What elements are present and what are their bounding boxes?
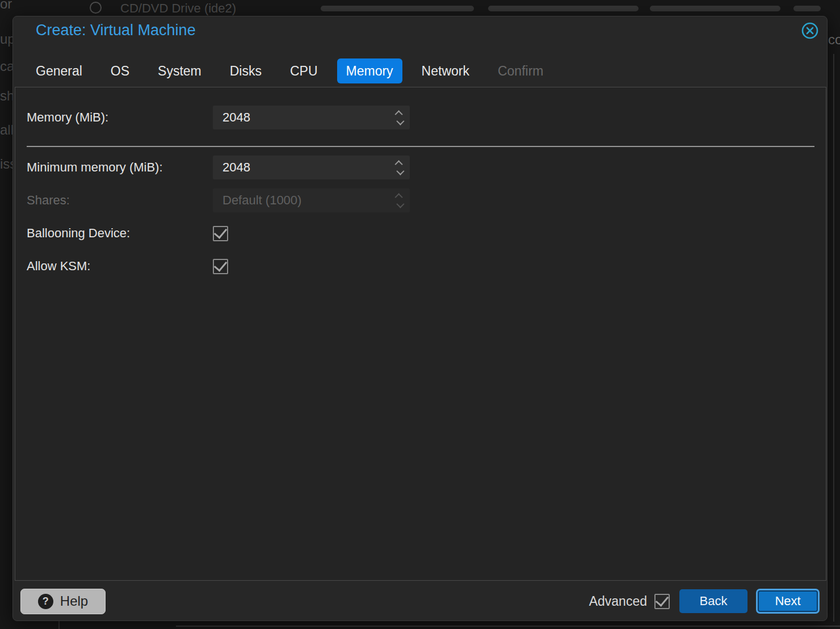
tab-network[interactable]: Network [413,58,478,83]
next-button[interactable]: Next [756,589,820,614]
advanced-checkbox[interactable] [654,594,670,609]
help-button-label: Help [60,593,88,609]
tab-general[interactable]: General [27,58,91,83]
spinner-buttons [397,188,402,212]
background-row-text: CD/DVD Drive (ide2) [120,1,236,16]
advanced-label: Advanced [589,594,647,609]
background-menu-fragment: iss [0,156,14,172]
background-grid-line [58,621,60,629]
memory-input[interactable]: 2048 [213,106,410,129]
memory-label: Memory (MiB): [27,110,213,125]
dialog-footer: ? Help Advanced Back Next [13,581,827,622]
memory-value: 2048 [213,110,250,125]
tab-system[interactable]: System [149,58,211,83]
background-menu-fragment: sh [0,88,14,104]
tab-cpu[interactable]: CPU [281,58,327,83]
background-text-blur [650,6,780,11]
shares-row: Shares: Default (1000) [27,188,814,212]
memory-form-panel: Memory (MiB): 2048 Minimum memory (MiB):… [15,87,826,581]
spinner-down-icon[interactable] [396,117,404,125]
spinner-down-icon[interactable] [396,167,404,175]
shares-label: Shares: [27,193,213,208]
spinner-buttons[interactable] [397,156,402,179]
background-text-fragment: co [828,32,840,48]
background-grid-line [176,626,840,627]
shares-input: Default (1000) [213,188,410,212]
spinner-down-icon [396,200,404,208]
dialog-title: Create: Virtual Machine [36,22,196,39]
question-mark-icon: ? [38,594,53,609]
tab-confirm: Confirm [489,58,553,83]
min-memory-label: Minimum memory (MiB): [27,160,213,175]
back-button[interactable]: Back [679,589,747,613]
background-text-blur [321,6,474,11]
dialog-header: Create: Virtual Machine [13,16,827,58]
ksm-checkbox[interactable] [213,259,228,274]
ballooning-checkbox[interactable] [213,226,228,241]
ballooning-row: Ballooning Device: [27,221,814,245]
ksm-row: Allow KSM: [27,254,814,278]
tab-disks[interactable]: Disks [221,58,271,83]
spinner-up-icon[interactable] [395,160,403,168]
tab-os[interactable]: OS [102,58,138,83]
min-memory-row: Minimum memory (MiB): 2048 [27,156,814,179]
background-menu-fragment: all [0,122,14,138]
spinner-up-icon[interactable] [395,110,403,118]
background-menu-fragment: or [0,0,12,12]
ballooning-label: Ballooning Device: [27,226,213,241]
tab-memory[interactable]: Memory [337,58,402,83]
min-memory-input[interactable]: 2048 [213,156,410,179]
spinner-buttons[interactable] [397,106,402,129]
advanced-section-separator [27,146,814,147]
background-menu-fragment: up [0,31,14,47]
close-icon[interactable] [801,22,819,40]
background-grid-line [833,54,834,622]
wizard-tabbar: General OS System Disks CPU Memory Netwo… [27,58,562,83]
background-app-row: CD/DVD Drive (ide2) [0,0,840,16]
background-text-blur [488,6,639,11]
create-vm-dialog: Create: Virtual Machine General OS Syste… [12,16,828,621]
spinner-up-icon [395,193,403,201]
background-text-blur [793,6,821,11]
background-sidebar-fragments: or up ca sh all iss [0,0,14,629]
radio-button-icon [90,2,102,14]
shares-value: Default (1000) [213,193,301,208]
memory-row: Memory (MiB): 2048 [27,106,814,129]
help-button[interactable]: ? Help [20,589,106,614]
min-memory-value: 2048 [213,160,250,175]
ksm-label: Allow KSM: [27,259,213,274]
background-menu-fragment: ca [0,58,14,74]
